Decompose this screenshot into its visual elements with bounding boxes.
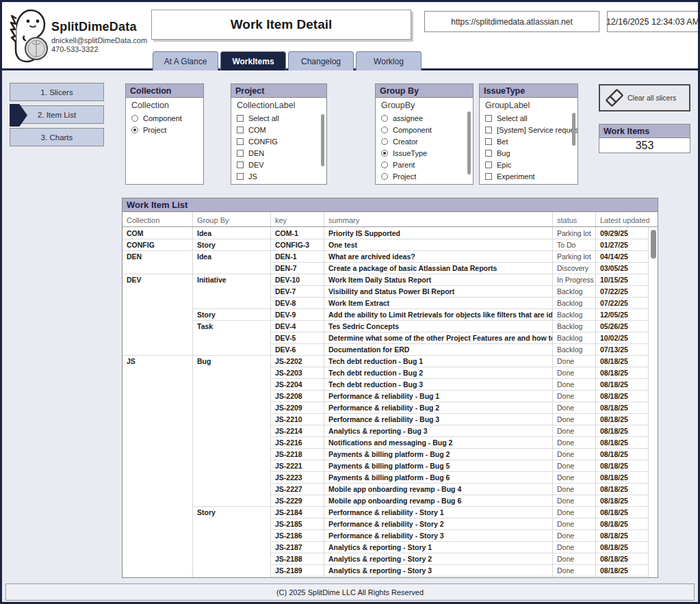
brand-block: SplitDimeData dnickell@splitDimeData.com… (51, 20, 147, 53)
column-header-summary[interactable]: summary (324, 212, 553, 226)
cell-collection (122, 343, 193, 355)
table-row[interactable]: DEN-7Create a package of basic Atlassian… (122, 262, 658, 274)
cell-group-by (193, 436, 271, 448)
slicer-option-component[interactable]: Component (131, 112, 199, 124)
slicer-option-config[interactable]: CONFIG (237, 135, 322, 147)
slicer-option-select-all[interactable]: Select all (485, 112, 573, 124)
table-row[interactable]: JS-2204Tech debt reduction - Bug 3Done08… (122, 378, 658, 390)
table-row[interactable]: JS-2227Mobile app onboarding revamp - Bu… (122, 483, 658, 495)
table-row[interactable]: DEV-6Documentation for ERDBacklog07/13/2… (122, 343, 658, 355)
table-row[interactable]: JS-2221Payments & billing platform - Bug… (122, 460, 658, 471)
table-row[interactable]: JS-2203Tech debt reduction - Bug 2Done08… (122, 367, 658, 378)
cell-summary: Payments & billing platform - Bug 6 (324, 471, 553, 483)
cell-status: Done (553, 367, 596, 378)
table-row[interactable]: JS-2187Analytics & reporting - Story 1Do… (122, 541, 658, 553)
slicer-option-component[interactable]: Component (381, 124, 469, 135)
column-header-latest-updated[interactable]: Latest updated (596, 212, 649, 226)
site-url-box[interactable]: https://splitdimedata.atlassian.net (424, 11, 599, 32)
column-header-collection[interactable]: Collection (122, 212, 193, 226)
cell-summary: Payments & billing platform - Bug 2 (324, 448, 553, 460)
cell-latest-updated: 08/18/25 (596, 413, 649, 425)
slicer-option-project[interactable]: Project (131, 124, 199, 135)
slicer-option-feature[interactable]: Feature (485, 182, 573, 184)
table-row[interactable]: TaskDEV-4Tes Sedric ConceptsBacklog05/26… (122, 320, 658, 332)
slicer-option-den[interactable]: DEN (237, 147, 322, 159)
column-header-key[interactable]: key (271, 212, 324, 226)
slicer-option-experiment[interactable]: Experiment (485, 170, 573, 182)
table-row[interactable]: StoryDEV-9Add the ability to Limit Retri… (122, 308, 658, 320)
table-row[interactable]: StoryJS-2184Performance & reliability - … (122, 506, 658, 518)
slicer-option-assignee[interactable]: assignee (381, 112, 469, 124)
table-row[interactable]: JS-2229Mobile app onboarding revamp - Bu… (122, 495, 658, 506)
cell-status: Done (553, 378, 596, 390)
cell-latest-updated: 08/18/25 (596, 518, 649, 529)
project-scrollbar[interactable] (321, 114, 324, 166)
slicer-option-issuetype[interactable]: IssueType (381, 147, 469, 159)
table-row[interactable]: JS-2188Analytics & reporting - Story 2Do… (122, 553, 658, 564)
table-row[interactable]: JS-2209Performance & reliability - Bug 2… (122, 402, 658, 413)
slicer-option-epic[interactable]: Epic (485, 159, 573, 170)
slicer-option-com[interactable]: COM (237, 124, 322, 135)
nav-button--charts[interactable]: 3. Charts (10, 128, 104, 146)
table-row[interactable]: DEV-7Visibility and Status Power BI Repo… (122, 285, 658, 297)
slicer-option-creator[interactable]: Creator (381, 135, 469, 147)
table-scrollbar[interactable] (648, 227, 658, 578)
radio-icon (131, 115, 138, 122)
slicer-group-by: Group By GroupBy assigneeComponentCreato… (375, 83, 474, 185)
group-by-scrollbar[interactable] (467, 111, 471, 174)
table-row[interactable]: CONFIGStoryCONFIG-3One testTo Do01/27/25 (122, 239, 658, 250)
cell-summary: Tech debt reduction - Bug 2 (324, 367, 553, 378)
table-row[interactable]: DEVInitiativeDEV-10Work Item Daily Statu… (122, 274, 658, 285)
column-header-status[interactable]: status (553, 212, 596, 226)
cell-latest-updated: 08/18/25 (596, 471, 649, 483)
tab-workitems[interactable]: WorkItems (220, 51, 286, 70)
table-row[interactable]: JS-2210Performance & reliability - Bug 3… (122, 413, 658, 425)
slicer-option-project[interactable]: Project (381, 170, 469, 182)
cell-group-by (193, 495, 271, 506)
slicer-option-bet[interactable]: Bet (485, 135, 573, 147)
table-row[interactable]: JS-2223Payments & billing platform - Bug… (122, 471, 658, 483)
slicer-option--system-service-request[interactable]: [System] Service request (485, 124, 573, 135)
nav-button--slicers[interactable]: 1. Slicers (10, 83, 104, 101)
cell-collection (122, 448, 193, 460)
table-row[interactable]: JS-2185Performance & reliability - Story… (122, 518, 658, 529)
slicer-option-label: [System] Service request (497, 126, 578, 134)
clear-all-slicers-button[interactable]: Clear all slicers (599, 84, 690, 111)
table-row[interactable]: DENIdeaDEN-1What are archived ideas?Park… (122, 250, 658, 262)
tab-worklog[interactable]: Worklog (356, 51, 422, 70)
slicer-option-dev[interactable]: DEV (237, 159, 322, 170)
cell-status (553, 576, 596, 578)
slicer-option-pbv[interactable]: PBV (237, 182, 322, 184)
cell-collection (122, 320, 193, 332)
cell-status: Done (553, 471, 596, 483)
slicer-option-js[interactable]: JS (237, 170, 322, 182)
table-row[interactable]: JSBugJS-2202Tech debt reduction - Bug 1D… (122, 355, 658, 367)
slicer-option-bug[interactable]: Bug (485, 147, 573, 159)
nav-button--item-list[interactable]: 2. Item List (10, 105, 104, 124)
slicer-option-select-all[interactable]: Select all (237, 112, 322, 124)
cell-latest-updated: 08/18/25 (596, 553, 649, 564)
column-header-group-by[interactable]: Group By (193, 212, 271, 226)
slicer-group-by-options: assigneeComponentCreatorIssueTypeParentP… (381, 112, 469, 184)
table-row[interactable]: DEV-5Determine what some of the other Pr… (122, 332, 658, 343)
table-row[interactable]: JS-2189Analytics & reporting - Story 3Do… (122, 564, 658, 576)
table-scrollbar-thumb[interactable] (651, 230, 656, 259)
tab-at-a-glance[interactable]: At A Glance (153, 51, 218, 70)
table-row[interactable]: JS-2208Performance & reliability - Bug 1… (122, 390, 658, 402)
copyright-text: (C) 2025 SplitDime LLC All Rights Reserv… (276, 588, 424, 596)
cell-key: JS-2221 (271, 460, 324, 471)
table-row[interactable]: JS-2214Analytics & reporting - Bug 3Done… (122, 425, 658, 436)
slicer-option-reporter[interactable]: Reporter (381, 182, 469, 184)
issue-type-scrollbar[interactable] (572, 113, 575, 146)
table-row[interactable]: JS-2218Payments & billing platform - Bug… (122, 448, 658, 460)
tab-changelog[interactable]: Changelog (288, 51, 354, 70)
cell-key: DEV-6 (271, 343, 324, 355)
table-row[interactable]: JS-2186Performance & reliability - Story… (122, 529, 658, 541)
table-row[interactable]: COMIdeaCOM-1Priority IS SupportedParking… (122, 227, 658, 239)
table-row[interactable]: JS-2216Notifications and messaging - Bug… (122, 436, 658, 448)
cell-collection: DEV (122, 274, 193, 285)
table-row[interactable]: DEV-8Work Item ExtractBacklog07/22/25 (122, 297, 658, 308)
slicer-option-parent[interactable]: Parent (381, 159, 469, 170)
table-row[interactable] (122, 576, 658, 578)
cell-summary: Analytics & reporting - Bug 3 (324, 425, 553, 436)
